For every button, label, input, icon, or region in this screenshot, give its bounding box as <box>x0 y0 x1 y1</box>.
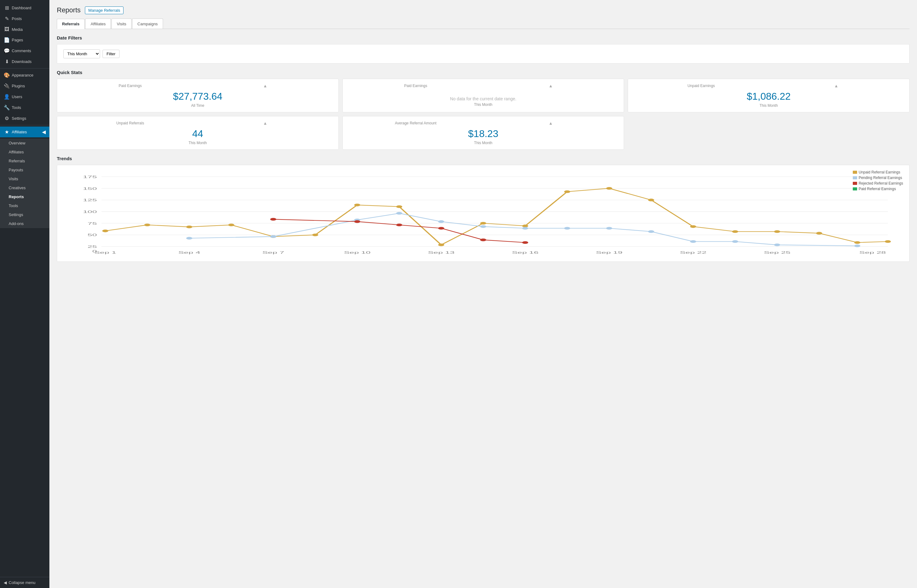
svg-text:125: 125 <box>83 198 97 202</box>
pending-dot-13 <box>774 244 780 246</box>
collapse-menu-button[interactable]: ◀ Collapse menu <box>0 577 49 588</box>
affiliates-submenu: Overview Affiliates Referrals Payouts Vi… <box>0 139 49 228</box>
sidebar-item-settings[interactable]: ⚙ Settings <box>0 113 49 124</box>
sidebar-item-users[interactable]: 👤 Users <box>0 91 49 102</box>
date-filter-row: This Month Last Month This Year Last Yea… <box>63 49 903 58</box>
svg-text:Sep 1: Sep 1 <box>94 250 116 255</box>
pending-dot-2 <box>270 235 277 238</box>
sidebar-item-pages[interactable]: 📄 Pages <box>0 35 49 45</box>
unpaid-dot-6 <box>312 234 318 236</box>
pending-dot-11 <box>690 240 696 243</box>
media-icon: 🖼 <box>4 27 10 32</box>
svg-text:Sep 19: Sep 19 <box>596 250 623 255</box>
trends-title: Trends <box>57 156 910 161</box>
pending-dot-10 <box>648 230 654 233</box>
stat-period-3: This Month <box>634 103 904 108</box>
svg-text:Sep 4: Sep 4 <box>178 250 200 255</box>
main-content: Reports Manage Referrals Referrals Affil… <box>49 0 917 588</box>
stat-value-5: $18.23 <box>348 128 618 139</box>
svg-text:Sep 16: Sep 16 <box>512 250 539 255</box>
svg-text:Sep 7: Sep 7 <box>262 250 284 255</box>
svg-text:Sep 13: Sep 13 <box>428 250 454 255</box>
sidebar-item-posts[interactable]: ✎ Posts <box>0 13 49 24</box>
unpaid-dot-16 <box>732 230 738 233</box>
unpaid-dot-7 <box>354 204 360 207</box>
stat-arrow-4: ▲ <box>197 121 333 126</box>
legend-color-unpaid <box>853 171 857 174</box>
sidebar-header: ⊞ Dashboard ✎ Posts 🖼 Media 📄 Pages 💬 Co… <box>0 0 49 139</box>
unpaid-dot-8 <box>396 205 402 208</box>
unpaid-dot-18 <box>816 232 822 234</box>
unpaid-dot-9 <box>438 244 444 246</box>
sidebar-item-comments[interactable]: 💬 Comments <box>0 45 49 56</box>
rejected-dot-5 <box>480 239 486 241</box>
page-header: Reports Manage Referrals <box>57 6 910 14</box>
sidebar-item-affiliates-sub[interactable]: Affiliates <box>0 147 49 157</box>
sidebar-item-dashboard[interactable]: ⊞ Dashboard <box>0 2 49 13</box>
chart-legend: Unpaid Referral Earnings Pending Referra… <box>853 170 903 192</box>
stat-card-avg-referral: Average Referral Amount ▲ $18.23 This Mo… <box>343 116 624 150</box>
sidebar-item-tools[interactable]: 🔧 Tools <box>0 102 49 113</box>
report-tabs: Referrals Affiliates Visits Campaigns <box>57 19 910 29</box>
sidebar-item-referrals[interactable]: Referrals <box>0 157 49 165</box>
sidebar-item-addons[interactable]: Add-ons <box>0 219 49 228</box>
users-icon: 👤 <box>4 94 10 100</box>
svg-text:100: 100 <box>83 210 97 213</box>
sidebar-item-tools-sub[interactable]: Tools <box>0 201 49 210</box>
unpaid-dot-1 <box>102 229 108 233</box>
pending-dot-1 <box>186 237 192 239</box>
tab-referrals[interactable]: Referrals <box>57 19 85 29</box>
stat-period-5: This Month <box>348 141 618 145</box>
settings-icon: ⚙ <box>4 115 10 121</box>
unpaid-dot-13 <box>606 187 612 190</box>
legend-paid: Paid Referral Earnings <box>853 187 903 191</box>
legend-pending: Pending Referral Earnings <box>853 176 903 180</box>
manage-referrals-button[interactable]: Manage Referrals <box>85 6 123 14</box>
quick-stats-row1: Paid Earnings ▲ $27,773.64 All Time Paid… <box>57 79 910 112</box>
tools-icon: 🔧 <box>4 105 10 110</box>
sidebar-item-plugins[interactable]: 🔌 Plugins <box>0 81 49 91</box>
posts-icon: ✎ <box>4 16 10 22</box>
trend-chart-svg: 175 150 125 100 75 50 25 0 Sep 1 Sep 4 S… <box>63 170 903 257</box>
svg-text:175: 175 <box>83 175 97 179</box>
sidebar-item-affiliates[interactable]: ★ Affiliates ◀ <box>0 126 49 137</box>
date-range-select[interactable]: This Month Last Month This Year Last Yea… <box>63 49 100 58</box>
filter-button[interactable]: Filter <box>102 50 120 58</box>
sidebar-item-creatives[interactable]: Creatives <box>0 183 49 192</box>
sidebar-item-settings-sub[interactable]: Settings <box>0 210 49 219</box>
sidebar-item-visits[interactable]: Visits <box>0 174 49 183</box>
dashboard-icon: ⊞ <box>4 5 10 11</box>
stat-label-1: Paid Earnings ▲ <box>63 83 333 88</box>
unpaid-dot-17 <box>774 230 780 233</box>
stat-no-data-2: No data for the current date range. <box>348 91 618 102</box>
quick-stats-title: Quick Stats <box>57 70 910 75</box>
unpaid-dot-12 <box>564 191 570 193</box>
rejected-dot-6 <box>522 241 528 244</box>
rejected-dot-3 <box>396 223 402 226</box>
tab-campaigns[interactable]: Campaigns <box>132 19 163 29</box>
unpaid-dot-15 <box>690 225 696 228</box>
svg-text:50: 50 <box>88 233 97 237</box>
unpaid-dot-4 <box>228 223 235 226</box>
stat-arrow-3: ▲ <box>769 83 904 88</box>
downloads-icon: ⬇ <box>4 59 10 65</box>
rejected-dot-2 <box>354 220 360 223</box>
legend-color-pending <box>853 176 857 179</box>
tab-visits[interactable]: Visits <box>112 19 131 29</box>
sidebar-item-payouts[interactable]: Payouts <box>0 165 49 174</box>
sidebar-item-appearance[interactable]: 🎨 Appearance <box>0 70 49 81</box>
sidebar-item-media[interactable]: 🖼 Media <box>0 24 49 35</box>
affiliates-arrow: ◀ <box>42 129 46 135</box>
sidebar-item-reports[interactable]: Reports <box>0 192 49 201</box>
pending-dot-9 <box>606 227 612 229</box>
stat-value-1: $27,773.64 <box>63 91 333 102</box>
sidebar-item-downloads[interactable]: ⬇ Downloads <box>0 56 49 67</box>
affiliates-icon: ★ <box>4 129 10 135</box>
sidebar-item-overview[interactable]: Overview <box>0 139 49 147</box>
svg-text:25: 25 <box>88 244 97 249</box>
page-title: Reports <box>57 6 81 14</box>
legend-color-paid <box>853 187 857 191</box>
stat-period-2: This Month <box>348 102 618 107</box>
stat-arrow-1: ▲ <box>197 83 333 88</box>
tab-affiliates[interactable]: Affiliates <box>85 19 111 29</box>
